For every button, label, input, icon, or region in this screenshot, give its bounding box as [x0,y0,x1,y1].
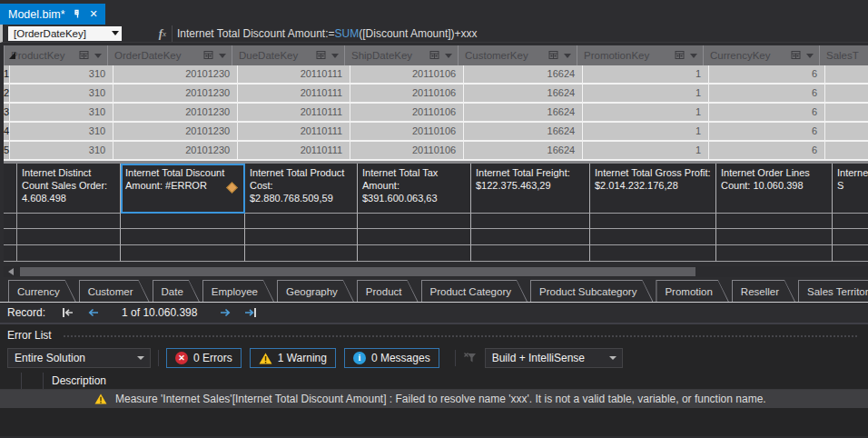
document-tab-model-bim[interactable]: Model.bim* ✕ [0,4,105,25]
grid-cell[interactable]: 310 [10,142,113,161]
table-tab-product-subcategory[interactable]: Product Subcategory [530,280,653,302]
measure-cell[interactable]: Internet Total Freight: $122.375.463,29 [471,164,590,214]
grid-cell[interactable]: 20101230 [113,85,238,104]
clear-filter-icon[interactable] [463,352,478,364]
grid-cell[interactable]: 16624 [464,123,583,142]
grid-cell[interactable]: 310 [10,104,113,123]
table-tab-reseller[interactable]: Reseller [732,280,795,302]
grid-cell[interactable]: 310 [10,85,113,104]
measure-cell[interactable] [833,229,868,245]
measure-cell[interactable] [17,245,121,262]
row-number[interactable]: 4 [4,123,10,142]
grid-cell[interactable]: 20101230 [113,142,238,161]
grid-cell[interactable] [825,142,868,161]
measure-cell[interactable]: Internet Gross S [833,164,868,214]
horizontal-scrollbar[interactable] [4,266,868,277]
table-tab-geography[interactable]: Geography [277,280,354,302]
grid-cell[interactable]: 1 [583,65,709,85]
filter-dropdown-icon[interactable] [94,54,102,58]
grid-cell[interactable]: 20101230 [113,65,238,85]
measure-cell[interactable] [716,214,833,229]
column-header[interactable]: DueDateKey [232,45,345,65]
grid-cell[interactable]: 16624 [464,104,583,123]
measure-cell[interactable] [358,214,471,229]
next-record-button[interactable] [220,307,232,318]
measure-cell[interactable] [245,245,358,262]
select-all-corner[interactable] [4,45,5,65]
grid-cell[interactable]: 16624 [464,85,583,104]
column-header[interactable]: ProductKey [5,45,108,65]
error-list-row[interactable]: Measure 'Internet Sales'[Internet Total … [0,390,868,408]
grid-cell[interactable]: 310 [10,65,113,85]
grid-cell[interactable]: 20110106 [350,123,464,142]
column-header[interactable]: CustomerKey [459,45,577,65]
formula-input[interactable]: Internet Total Discount Amount:=SUM([Dis… [173,27,868,40]
measure-cell[interactable] [590,245,716,262]
filter-dropdown-icon[interactable] [690,54,697,58]
measure-cell[interactable]: Internet Total Product Cost: $2.880.768.… [245,164,358,214]
scroll-left-arrow-icon[interactable] [8,268,14,275]
measure-cell[interactable] [590,229,716,245]
column-header[interactable]: ShipDateKey [345,45,459,65]
table-tab-product-category[interactable]: Product Category [421,280,528,302]
measure-cell[interactable] [833,214,868,229]
row-number[interactable]: 5 [4,142,10,161]
first-record-button[interactable] [61,307,74,318]
filter-dropdown-icon[interactable] [564,54,571,58]
grid-cell[interactable]: 6 [709,142,825,161]
measure-cell[interactable]: Internet Total Tax Amount: $391.600.063,… [358,164,471,214]
pin-icon[interactable] [73,9,83,19]
warnings-toggle-button[interactable]: 1 Warning [250,348,336,368]
grid-cell[interactable]: 1 [583,123,709,142]
grid-cell[interactable]: 6 [709,104,825,123]
column-header[interactable]: PromotionKey [577,45,704,65]
close-icon[interactable]: ✕ [90,9,98,19]
measure-cell[interactable] [121,245,245,262]
filter-dropdown-icon[interactable] [445,54,452,58]
grid-cell[interactable]: 20110111 [238,142,350,161]
grid-cell[interactable]: 20101230 [113,104,238,123]
column-selector-dropdown[interactable]: [OrderDateKey] [8,26,122,41]
measure-cell[interactable] [17,229,121,245]
grid-cell[interactable]: 310 [10,123,113,142]
row-number[interactable]: 2 [4,85,10,104]
filter-dropdown-icon[interactable] [219,54,226,58]
table-tab-currency[interactable]: Currency [8,280,76,302]
filter-dropdown-icon[interactable] [806,54,814,58]
scrollbar-thumb[interactable] [20,267,695,276]
grid-cell[interactable]: 6 [709,85,825,104]
grid-cell[interactable]: 1 [583,85,709,104]
grid-cell[interactable]: 20110106 [350,65,464,85]
row-number[interactable]: 1 [4,65,10,85]
grid-cell[interactable]: 6 [709,65,825,85]
previous-record-button[interactable] [87,307,99,318]
grid-cell[interactable]: 16624 [464,142,583,161]
row-number[interactable]: 3 [4,104,10,123]
grid-cell[interactable]: 20110111 [238,85,350,104]
measure-cell[interactable]: Internet Order Lines Count: 10.060.398 [716,164,833,214]
grid-cell[interactable]: 20110111 [238,65,350,85]
measure-cell[interactable] [245,229,358,245]
grid-cell[interactable]: 16624 [464,65,583,85]
errors-toggle-button[interactable]: ✕ 0 Errors [166,348,242,368]
grid-cell[interactable]: 20110106 [350,142,464,161]
measure-cell[interactable] [590,214,716,229]
table-tab-employee[interactable]: Employee [202,280,274,302]
grid-cell[interactable]: 6 [709,123,825,142]
grid-cell[interactable] [825,123,868,142]
grid-cell[interactable] [825,65,868,85]
measure-cell[interactable] [471,214,590,229]
measure-cell[interactable] [121,229,245,245]
messages-toggle-button[interactable]: i 0 Messages [344,348,439,368]
measure-cell[interactable] [833,245,868,262]
column-header[interactable]: SalesT [820,45,868,65]
measure-cell[interactable] [471,229,590,245]
measure-cell[interactable] [716,245,833,262]
table-tab-sales-territory[interactable]: Sales Territory [798,280,868,302]
table-tab-promotion[interactable]: Promotion [656,280,728,302]
grid-cell[interactable]: 20110106 [350,85,464,104]
grid-cell[interactable]: 20101230 [113,123,238,142]
measure-cell[interactable] [471,245,590,262]
grid-cell[interactable]: 1 [583,104,709,123]
last-record-button[interactable] [244,307,258,318]
